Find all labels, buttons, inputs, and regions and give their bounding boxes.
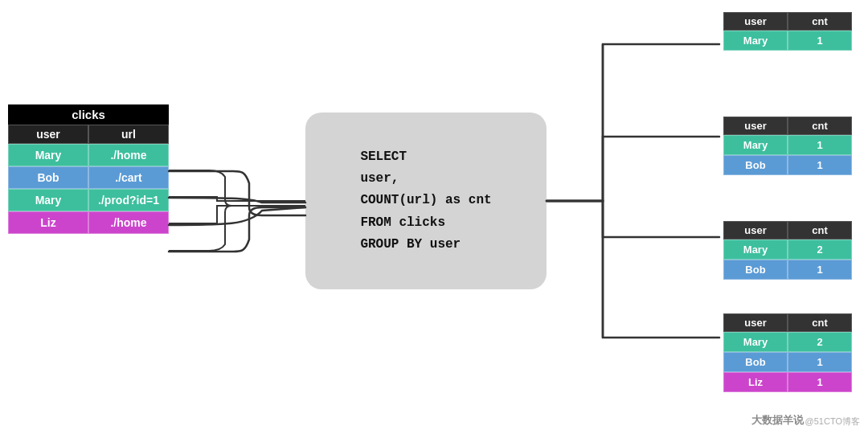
table-row: Bob 1 <box>723 260 852 280</box>
res-col-cnt: cnt <box>788 117 852 135</box>
cell-user: Bob <box>723 260 788 280</box>
result-table-4: user cnt Mary 2 Bob 1 Liz 1 <box>723 313 852 392</box>
result-table-3: user cnt Mary 2 Bob 1 <box>723 221 852 280</box>
cell-cnt: 1 <box>788 352 852 372</box>
table-row: Bob 1 <box>723 352 852 372</box>
table-row: Bob ./cart <box>8 166 169 189</box>
cell-user: Liz <box>723 372 788 392</box>
table-row: Liz 1 <box>723 372 852 392</box>
cell-user: Mary <box>723 135 788 155</box>
table-row: Mary 2 <box>723 332 852 352</box>
sql-code: SELECT user, COUNT(url) as cnt FROM clic… <box>360 146 491 256</box>
result-header: user cnt <box>723 313 852 332</box>
cell-url: ./home <box>88 144 169 166</box>
table-row: Mary ./home <box>8 144 169 166</box>
table-header: user url <box>8 125 169 144</box>
table-title: clicks <box>8 104 169 125</box>
table-row: Mary ./prod?id=1 <box>8 189 169 211</box>
cell-cnt: 1 <box>788 135 852 155</box>
cell-url: ./prod?id=1 <box>88 189 169 211</box>
result-table-2: user cnt Mary 1 Bob 1 <box>723 117 852 175</box>
table-row: Mary 2 <box>723 240 852 260</box>
watermark: 大数据羊说 <box>751 413 804 428</box>
res-col-user: user <box>723 12 788 31</box>
cell-user: Bob <box>723 352 788 372</box>
result-header: user cnt <box>723 221 852 240</box>
cell-user: Mary <box>723 31 788 51</box>
clicks-table: clicks user url Mary ./home Bob ./cart M… <box>8 104 169 234</box>
cell-user: Mary <box>723 240 788 260</box>
cell-user: Bob <box>723 155 788 175</box>
cell-cnt: 2 <box>788 240 852 260</box>
cell-cnt: 1 <box>788 372 852 392</box>
result-header: user cnt <box>723 12 852 31</box>
cell-cnt: 1 <box>788 31 852 51</box>
table-row: Mary 1 <box>723 135 852 155</box>
result-table-1: user cnt Mary 1 <box>723 12 852 51</box>
cell-user: Liz <box>8 211 88 234</box>
res-col-cnt: cnt <box>788 221 852 240</box>
res-col-user: user <box>723 221 788 240</box>
cell-user: Mary <box>8 189 88 211</box>
res-col-cnt: cnt <box>788 12 852 31</box>
cell-cnt: 1 <box>788 260 852 280</box>
result-header: user cnt <box>723 117 852 135</box>
cell-user: Mary <box>8 144 88 166</box>
watermark2: @51CTO博客 <box>805 416 860 428</box>
cell-url: ./home <box>88 211 169 234</box>
table-row: Liz ./home <box>8 211 169 234</box>
cell-cnt: 2 <box>788 332 852 352</box>
table-row: Bob 1 <box>723 155 852 175</box>
res-col-cnt: cnt <box>788 313 852 332</box>
cell-user: Bob <box>8 166 88 189</box>
cell-user: Mary <box>723 332 788 352</box>
table-row: Mary 1 <box>723 31 852 51</box>
cell-url: ./cart <box>88 166 169 189</box>
col-user-header: user <box>8 125 88 144</box>
col-url-header: url <box>88 125 169 144</box>
res-col-user: user <box>723 117 788 135</box>
sql-box: SELECT user, COUNT(url) as cnt FROM clic… <box>305 113 547 289</box>
cell-cnt: 1 <box>788 155 852 175</box>
res-col-user: user <box>723 313 788 332</box>
